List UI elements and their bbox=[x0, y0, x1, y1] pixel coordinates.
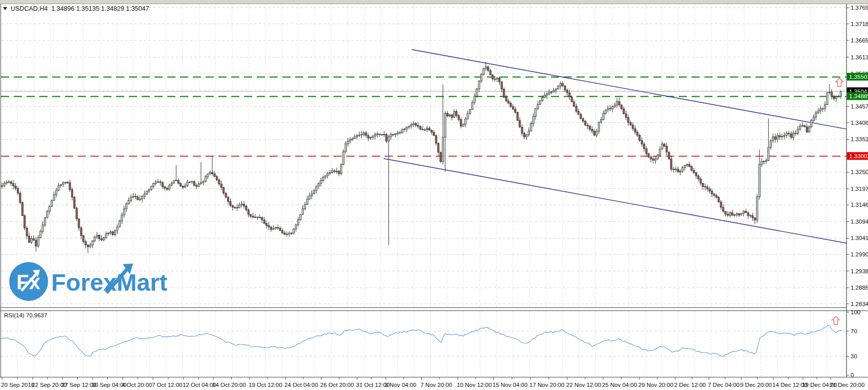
price-axis-label: 1.32500 bbox=[851, 169, 868, 175]
candle-bear bbox=[236, 207, 238, 208]
candle-bear bbox=[24, 215, 26, 228]
chart-title: USDCAD,H4 1.34896 1.35135 1.34829 1.3504… bbox=[3, 5, 149, 12]
candle-bear bbox=[367, 136, 369, 138]
time-axis-label: 7 Oct 12:00 bbox=[152, 382, 182, 388]
candle-bull bbox=[306, 199, 308, 204]
candle-bear bbox=[69, 183, 71, 190]
candle-bear bbox=[521, 127, 523, 133]
candle-bull bbox=[316, 186, 317, 190]
candle-bear bbox=[727, 214, 728, 215]
candle-bull bbox=[413, 123, 414, 125]
candle-bull bbox=[442, 137, 443, 162]
candle-bear bbox=[725, 211, 726, 214]
candle-bear bbox=[17, 188, 18, 193]
candle-bull bbox=[399, 133, 400, 133]
candle-bull bbox=[359, 135, 360, 136]
time-axis-label: 4 Oct 20:00 bbox=[122, 382, 152, 388]
chart-window: 1.376901.371801.366551.361301.356101.350… bbox=[0, 0, 868, 390]
candle-bull bbox=[472, 102, 473, 110]
time-axis-label: 9 Dec 20:00 bbox=[740, 382, 772, 388]
candle-bear bbox=[510, 103, 511, 107]
candle-bear bbox=[774, 137, 776, 139]
candle-bull bbox=[117, 227, 118, 230]
candle-bull bbox=[171, 183, 172, 185]
candle-bull bbox=[155, 182, 157, 183]
candle-bull bbox=[96, 235, 98, 237]
candle-bull bbox=[173, 181, 174, 183]
candle-bull bbox=[302, 209, 303, 214]
price-axis-label: 1.37180 bbox=[851, 21, 868, 27]
candle-bull bbox=[756, 197, 758, 220]
candle-bull bbox=[42, 225, 43, 231]
candle-bull bbox=[144, 194, 145, 196]
candle-bull bbox=[765, 160, 767, 161]
candle-bear bbox=[164, 187, 166, 188]
time-axis-label: 29 Nov 20:00 bbox=[638, 382, 673, 388]
price-axis-label: 1.28855 bbox=[851, 285, 868, 291]
candle-bull bbox=[474, 96, 475, 102]
candle-bear bbox=[447, 113, 448, 116]
candle-bull bbox=[153, 184, 154, 187]
candle-bear bbox=[234, 207, 236, 208]
time-axis-label: 20 Sep 2016 bbox=[1, 382, 34, 388]
candle-bear bbox=[693, 170, 695, 173]
chart-canvas[interactable]: 1.376901.371801.366551.361301.356101.350… bbox=[0, 0, 868, 390]
candle-bear bbox=[433, 132, 435, 136]
candle-bull bbox=[110, 232, 112, 233]
candle-bear bbox=[636, 132, 638, 135]
candle-bear bbox=[13, 183, 14, 186]
candle-bull bbox=[62, 183, 64, 184]
candle-bear bbox=[643, 144, 645, 149]
rsi-signal-arrow-icon bbox=[832, 316, 839, 324]
candle-bull bbox=[819, 109, 821, 111]
price-axis-label: 1.30415 bbox=[851, 235, 868, 241]
time-axis-label: 14 Oct 20:00 bbox=[212, 382, 246, 388]
candle-bull bbox=[553, 90, 554, 92]
candle-bear bbox=[698, 176, 699, 179]
symbol-dropdown-icon[interactable] bbox=[3, 7, 7, 10]
candle-bear bbox=[78, 219, 80, 228]
candle-bear bbox=[709, 189, 710, 191]
price-badge-label: 1.34889 bbox=[849, 93, 868, 99]
candle-bear bbox=[15, 186, 16, 189]
candle-bull bbox=[207, 174, 209, 177]
candle-bull bbox=[465, 119, 466, 124]
candle-bear bbox=[714, 194, 715, 196]
candle-bull bbox=[426, 128, 428, 129]
candle-bull bbox=[376, 134, 378, 135]
candle-bear bbox=[21, 203, 23, 216]
candle-bull bbox=[394, 134, 396, 135]
candle-bull bbox=[64, 182, 66, 183]
candle-bull bbox=[343, 151, 344, 165]
candle-bull bbox=[600, 119, 602, 122]
price-axis-label: 1.31975 bbox=[851, 186, 868, 192]
candle-bear bbox=[517, 112, 518, 120]
time-axis-label: 3 Nov 04:00 bbox=[385, 382, 416, 388]
candle-bull bbox=[191, 182, 193, 182]
candle-bull bbox=[148, 189, 150, 191]
candle-bear bbox=[419, 126, 421, 129]
candle-bear bbox=[587, 125, 588, 126]
price-axis-label: 1.34060 bbox=[851, 120, 868, 126]
candle-bull bbox=[759, 164, 760, 197]
ohlc-quote-label: 1.34896 1.35135 1.34829 1.35047 bbox=[51, 5, 149, 12]
candle-bear bbox=[648, 154, 650, 157]
candle-bear bbox=[628, 118, 629, 123]
candle-bull bbox=[187, 182, 188, 186]
candle-bull bbox=[383, 134, 385, 135]
time-axis-label: 12 Oct 04:00 bbox=[183, 382, 216, 388]
candle-bull bbox=[838, 96, 839, 97]
candle-bull bbox=[655, 159, 656, 160]
candle-bull bbox=[146, 191, 147, 194]
candle-bull bbox=[781, 137, 783, 137]
candle-bull bbox=[90, 245, 91, 247]
candle-bear bbox=[67, 182, 69, 183]
candle-bear bbox=[451, 115, 453, 117]
candle-bull bbox=[397, 133, 398, 134]
candle-bear bbox=[585, 121, 586, 125]
candle-bear bbox=[279, 228, 281, 231]
price-axis-label: 1.37690 bbox=[851, 5, 868, 11]
candle-bear bbox=[499, 78, 500, 82]
candle-bull bbox=[813, 117, 814, 121]
candle-bull bbox=[770, 141, 771, 147]
